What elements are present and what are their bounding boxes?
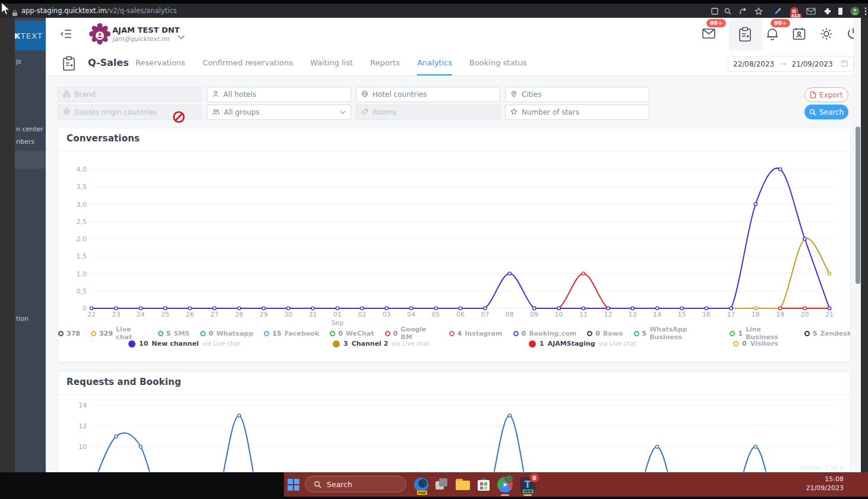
export-button[interactable]: Export bbox=[804, 87, 848, 102]
zoom-icon[interactable] bbox=[722, 6, 733, 17]
filter-all-groups[interactable]: All groups bbox=[207, 105, 351, 120]
legend-ring-icon bbox=[587, 331, 592, 336]
person-icon bbox=[212, 90, 219, 99]
filter-cities[interactable]: Cities bbox=[505, 87, 649, 102]
legend-channel-zendesk[interactable]: 5Zendesk bbox=[804, 330, 851, 337]
snip-app-icon[interactable] bbox=[434, 476, 450, 493]
tab-waiting-list[interactable]: Waiting list bbox=[310, 50, 353, 75]
sidebar-item-nbers[interactable]: nbers bbox=[15, 138, 46, 146]
tab-reports[interactable]: Reports bbox=[370, 50, 400, 75]
legend-channel-google-bm[interactable]: 0Google BM bbox=[385, 326, 438, 341]
legend-via-label: via Live chat bbox=[203, 340, 241, 347]
svg-text:2,0: 2,0 bbox=[77, 235, 87, 243]
filter-hotel-countries[interactable]: Hotel countries bbox=[356, 87, 500, 102]
legend-channel-bowo[interactable]: 0Bowo bbox=[587, 330, 623, 337]
tab-reservations[interactable]: Reservations bbox=[135, 50, 185, 75]
svg-text:0,5: 0,5 bbox=[77, 288, 87, 295]
search-label: Search bbox=[819, 108, 844, 116]
legend-total-ajamstaging[interactable]: 1AJAMStagingvia Live chat bbox=[529, 340, 636, 348]
legend-channel-facebook[interactable]: 15Facebook bbox=[264, 330, 319, 337]
legend-dot-icon bbox=[128, 340, 135, 348]
app-header: AJAM TEST DNT jam@quicktext.im 99+ 99+ bbox=[46, 18, 861, 50]
microsoft-store-icon[interactable] bbox=[475, 476, 492, 493]
legend-total-channel-2[interactable]: 3Channel 2via Live chat bbox=[333, 340, 430, 348]
pdf-label: PDF bbox=[417, 491, 427, 495]
side-panel-icon[interactable] bbox=[837, 6, 847, 17]
file-explorer-icon[interactable] bbox=[454, 476, 471, 493]
svg-text:2,5: 2,5 bbox=[77, 218, 87, 226]
sidebar-item-tion[interactable]: tion bbox=[15, 315, 46, 323]
svg-text:13: 13 bbox=[629, 311, 637, 318]
svg-text:02: 02 bbox=[358, 311, 366, 318]
legend-totals-row: 10New channelvia Live chat3Channel 2via … bbox=[58, 340, 851, 350]
legend-channel-wechat[interactable]: 0WeChat bbox=[330, 330, 374, 337]
date-range-picker[interactable]: 22/08/2023 → 21/09/2023 bbox=[728, 56, 854, 72]
legend-channel-booking-com[interactable]: 0Booking.com bbox=[513, 330, 577, 337]
messaging-app-icon[interactable]: T NEW 8 bbox=[519, 476, 536, 493]
tab-booking-status[interactable]: Booking status bbox=[469, 50, 527, 75]
taskbar-search[interactable]: Search bbox=[305, 476, 406, 492]
windows-taskbar: Search PDF T NEW 8 15:08 21/09/2023 bbox=[0, 472, 868, 499]
legend-channel-item[interactable]: 378 bbox=[58, 330, 80, 337]
legend-channel-sms[interactable]: 5SMS bbox=[158, 330, 190, 337]
legend-channel-line-business[interactable]: 1Line Business bbox=[730, 326, 794, 341]
share-window-icon[interactable] bbox=[709, 6, 720, 17]
filter-label: Brand bbox=[74, 90, 96, 99]
mail-icon[interactable] bbox=[702, 27, 716, 42]
tab-analytics[interactable]: Analytics bbox=[417, 50, 452, 75]
divider bbox=[58, 151, 850, 151]
extensions-puzzle-icon[interactable] bbox=[822, 6, 833, 17]
quicktext-logo: KTEXT bbox=[15, 21, 46, 50]
filter-label: All groups bbox=[224, 108, 260, 116]
svg-text:26: 26 bbox=[186, 311, 194, 318]
notifications-badge: 99+ bbox=[771, 19, 790, 27]
sidebar-item-js[interactable]: js bbox=[15, 58, 46, 65]
svg-text:3,5: 3,5 bbox=[77, 183, 87, 191]
legend-ring-icon bbox=[91, 331, 96, 336]
tab-confirmed-reservations[interactable]: Confirmed reservations bbox=[203, 50, 293, 75]
extension-pen-icon[interactable] bbox=[772, 6, 783, 17]
legend-channel-instagram[interactable]: 4Instagram bbox=[449, 330, 503, 337]
contacts-calendar-icon[interactable] bbox=[792, 27, 806, 43]
windows-start-button[interactable] bbox=[286, 478, 301, 492]
filter-number-of-stars[interactable]: Number of stars bbox=[505, 105, 649, 120]
legend-count: 0 bbox=[338, 330, 343, 337]
legend-label: Channel 2 bbox=[352, 340, 389, 348]
legend-channel-whatsapp[interactable]: 0Whatsapp bbox=[200, 330, 253, 337]
filter-all-hotels[interactable]: All hotels bbox=[207, 87, 351, 102]
legend-count: 0 bbox=[209, 330, 213, 337]
notifications-bell-icon[interactable] bbox=[766, 27, 779, 43]
browser-profile-avatar[interactable] bbox=[850, 6, 860, 17]
chrome-icon[interactable] bbox=[497, 476, 513, 493]
sidebar-item-n-center[interactable]: n center bbox=[15, 125, 46, 133]
taskbar-clock[interactable]: 15:08 21/09/2023 bbox=[787, 475, 844, 492]
sidebar-collapse-icon[interactable] bbox=[60, 28, 73, 42]
sidebar-active-item[interactable] bbox=[15, 151, 46, 169]
extension-mail-icon[interactable] bbox=[806, 6, 816, 17]
reservations-clipboard-icon[interactable] bbox=[738, 27, 752, 45]
account-chevron-down-icon[interactable] bbox=[178, 31, 185, 42]
legend-channel-live-chat[interactable]: 329Live chat bbox=[91, 326, 147, 341]
browser-menu-kebab-icon[interactable] bbox=[860, 6, 868, 17]
scrollbar-thumb[interactable] bbox=[856, 127, 860, 284]
legend-total-new-channel[interactable]: 10New channelvia Live chat bbox=[128, 340, 240, 348]
requests-booking-chart: 141210 bbox=[63, 398, 850, 472]
share-icon[interactable] bbox=[738, 6, 749, 17]
messaging-active-indicator bbox=[523, 494, 532, 496]
browser-scrollbar[interactable] bbox=[854, 18, 861, 472]
chevron-down-icon bbox=[340, 108, 346, 116]
legend-count: 5 bbox=[166, 330, 171, 337]
legend-total-visitors[interactable]: 0Visitors bbox=[733, 340, 778, 348]
search-button[interactable]: Search bbox=[804, 105, 848, 119]
settings-gear-icon[interactable] bbox=[819, 27, 834, 43]
bookmark-star-icon[interactable] bbox=[753, 6, 764, 17]
pdf-app-icon[interactable]: PDF bbox=[413, 476, 430, 493]
svg-text:15: 15 bbox=[678, 311, 686, 318]
browser-address-bar[interactable]: app-staging.quicktext.im/v2/q-sales/anal… bbox=[0, 0, 868, 18]
account-avatar[interactable] bbox=[89, 23, 111, 48]
legend-channels-row: 378329Live chat5SMS0Whatsapp15Facebook0W… bbox=[58, 326, 851, 341]
legend-count: 0 bbox=[742, 340, 747, 348]
legend-channel-whatsapp-business[interactable]: 5WhatsApp Business bbox=[634, 326, 719, 341]
url-text[interactable]: app-staging.quicktext.im/v2/q-sales/anal… bbox=[21, 7, 177, 15]
conversations-panel: Conversations 4,03,53,02,52,01,51,00,502… bbox=[58, 128, 851, 362]
